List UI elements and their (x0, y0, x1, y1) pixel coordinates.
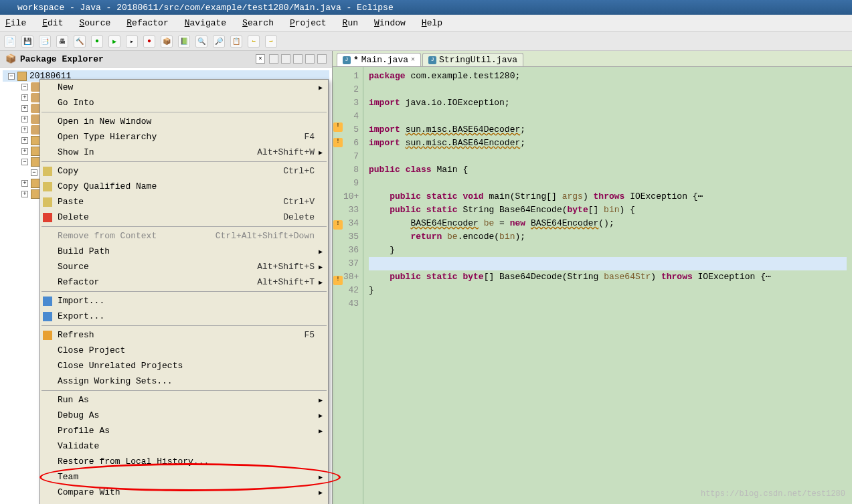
expand-icon[interactable]: − (31, 169, 37, 176)
menu-item-copy[interactable]: CopyCtrl+C (40, 163, 328, 179)
warn-marker-icon: ! (333, 276, 343, 285)
menu-item-run-as[interactable]: Run As▶ (40, 392, 328, 408)
menu-item-team[interactable]: Team▶ (40, 469, 328, 485)
menu-item-profile-as[interactable]: Profile As▶ (40, 423, 328, 438)
expand-icon[interactable]: − (21, 159, 28, 165)
code-content[interactable]: package com.example.test1280;import java… (363, 67, 852, 504)
menu-run[interactable]: Run (343, 18, 358, 28)
minimize-icon[interactable] (305, 54, 315, 64)
package-explorer-title: Package Explorer (20, 54, 252, 64)
menu-item-compare-with[interactable]: Compare With▶ (40, 485, 328, 500)
menu-item-icon (43, 213, 52, 222)
menu-window[interactable]: Window (374, 18, 406, 28)
editor-tab[interactable]: J*Main.java × (337, 53, 421, 66)
new-pkg-button[interactable]: 📦 (161, 35, 173, 48)
new-class-button[interactable]: 📗 (178, 35, 190, 48)
menu-item-icon (43, 197, 52, 207)
project-icon (17, 72, 27, 81)
menu-item-import-[interactable]: Import... (40, 293, 328, 309)
menu-item-new[interactable]: New▶ (40, 80, 328, 95)
open-type-button[interactable]: 🔍 (195, 35, 207, 48)
expand-icon[interactable]: + (21, 148, 28, 155)
menu-separator (41, 226, 327, 227)
menu-item-delete[interactable]: DeleteDelete (40, 209, 328, 225)
menu-source[interactable]: Source (79, 18, 110, 28)
menu-file[interactable]: File (5, 18, 26, 28)
src-folder-icon (31, 82, 40, 92)
menu-item-copy-qualified-name[interactable]: Copy Qualified Name (40, 179, 328, 194)
save-all-button[interactable]: 📑 (39, 35, 51, 48)
menu-item-close-unrelated-projects[interactable]: Close Unrelated Projects (40, 358, 328, 373)
menu-item-restore-from-local-history-[interactable]: Restore from Local History... (40, 454, 328, 469)
line-gutter: 12345678910+333435363738+4243 (343, 67, 363, 504)
menu-item-icon (43, 297, 52, 306)
menu-bar: FileEditSourceRefactorNavigateSearchProj… (0, 15, 852, 32)
ext-tools-button[interactable]: ● (143, 35, 155, 48)
expand-icon[interactable]: + (21, 191, 28, 197)
menu-navigate[interactable]: Navigate (185, 18, 226, 28)
expand-icon[interactable]: − (8, 73, 15, 80)
menu-item-show-in[interactable]: Show InAlt+Shift+W▶ (40, 145, 328, 160)
menu-item-go-into[interactable]: Go Into (40, 95, 328, 110)
folder-icon (31, 157, 40, 167)
collapse-icon[interactable] (269, 54, 278, 64)
menu-item-validate[interactable]: Validate (40, 438, 328, 454)
editor-tab[interactable]: JStringUtil.java (422, 53, 523, 66)
expand-icon[interactable]: + (21, 105, 28, 112)
java-file-icon: J (428, 56, 436, 64)
menu-separator (41, 161, 327, 162)
menu-separator (41, 112, 327, 112)
menu-item-assign-working-sets-[interactable]: Assign Working Sets... (40, 373, 328, 389)
menu-separator (41, 390, 327, 391)
view-menu-icon[interactable] (293, 54, 303, 64)
menu-search[interactable]: Search (242, 18, 274, 28)
run-button[interactable]: ▶ (108, 35, 120, 48)
code-editor[interactable]: !!!! 12345678910+333435363738+4243 packa… (333, 67, 852, 504)
menu-item-configure[interactable]: Configure▶ (40, 500, 328, 504)
maximize-icon[interactable] (317, 54, 327, 64)
build-button[interactable]: 🔨 (74, 35, 86, 48)
new-button[interactable]: 📄 (4, 35, 16, 48)
editor-tabs: J*Main.java ×JStringUtil.java (333, 51, 852, 67)
menu-item-refresh[interactable]: RefreshF5 (40, 327, 328, 343)
folder-icon (31, 136, 40, 145)
print-button[interactable]: 🖶 (56, 35, 68, 48)
menu-item-source[interactable]: SourceAlt+Shift+S▶ (40, 259, 328, 274)
save-button[interactable]: 💾 (21, 35, 33, 48)
menu-item-build-path[interactable]: Build Path▶ (40, 244, 328, 259)
expand-icon[interactable]: + (21, 116, 28, 122)
window-title: workspace - Java - 20180611/src/com/exam… (17, 3, 394, 13)
menu-project[interactable]: Project (290, 18, 327, 28)
link-editor-icon[interactable] (281, 54, 290, 64)
expand-icon[interactable]: + (21, 137, 28, 144)
menu-edit[interactable]: Edit (42, 18, 63, 28)
nav-back-button[interactable]: ⬅ (248, 35, 260, 48)
menu-item-refactor[interactable]: RefactorAlt+Shift+T▶ (40, 274, 328, 290)
menu-item-icon (43, 331, 52, 340)
warn-marker-icon: ! (333, 220, 343, 230)
menu-item-open-in-new-window[interactable]: Open in New Window (40, 114, 328, 129)
toggle-button[interactable]: 📋 (230, 35, 242, 48)
debug-button[interactable]: ● (91, 35, 103, 48)
menu-item-export-[interactable]: Export... (40, 309, 328, 324)
menu-item-close-project[interactable]: Close Project (40, 343, 328, 358)
expand-icon[interactable]: − (21, 84, 28, 90)
menu-item-remove-from-context: Remove from ContextCtrl+Alt+Shift+Down (40, 228, 328, 244)
nav-fwd-button[interactable]: ➡ (265, 35, 277, 48)
expand-icon[interactable]: + (21, 127, 28, 133)
search-button[interactable]: 🔎 (213, 35, 225, 48)
expand-icon[interactable]: + (21, 180, 28, 187)
toolbar: 📄 💾 📑 🖶 🔨 ● ▶ ▸ ● 📦 📗 🔍 🔎 📋 ⬅ ➡ (0, 32, 852, 51)
package-icon (31, 104, 40, 113)
menu-item-debug-as[interactable]: Debug As▶ (40, 408, 328, 423)
warn-marker-icon: ! (333, 122, 343, 132)
coverage-button[interactable]: ▸ (126, 35, 138, 48)
close-tab-icon[interactable]: × (411, 56, 415, 64)
menu-help[interactable]: Help (422, 18, 442, 28)
expand-icon[interactable]: + (21, 94, 28, 101)
menu-refactor[interactable]: Refactor (126, 18, 168, 28)
menu-separator (41, 291, 327, 292)
view-close-icon[interactable]: × (256, 54, 265, 64)
menu-item-open-type-hierarchy[interactable]: Open Type HierarchyF4 (40, 129, 328, 145)
menu-item-paste[interactable]: PasteCtrl+V (40, 194, 328, 209)
